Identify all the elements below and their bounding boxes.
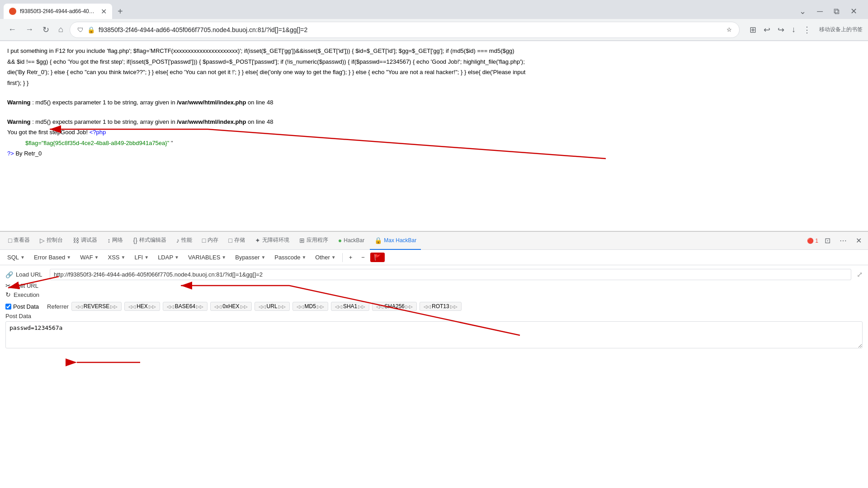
storage-label: 存储 [234,236,245,244]
sha256-transform-button[interactable]: ◁◁ SHA256 ▷▷ [372,302,417,311]
transforms-row: Post Data Referrer ◁◁ REVERSE ▷▷ ◁◁ HEX … [5,302,863,311]
restore-button[interactable]: ⧉ [830,5,843,18]
error-based-arrow-icon: ▼ [66,255,71,260]
other-arrow-icon: ▼ [331,255,336,260]
performance-label: 性能 [181,236,192,244]
devtools-tab-style-editor[interactable]: {} 样式编辑器 [128,232,170,250]
flag-button[interactable]: 🚩 [370,253,385,262]
error-based-menu-button[interactable]: Error Based ▼ [30,253,75,262]
devtools-tab-console[interactable]: ▷ 控制台 [35,232,67,250]
sql-arrow-icon: ▼ [20,255,25,260]
bypasser-arrow-icon: ▼ [261,255,265,260]
0xhex-transform-button[interactable]: ◁◁ 0xHEX ▷▷ [210,302,251,311]
rot13-transform-button[interactable]: ◁◁ ROT13 ▷▷ [420,302,462,311]
ldap-menu-button[interactable]: LDAP ▼ [154,253,183,262]
reverse-left-arrows: ◁◁ [75,304,83,309]
devtools-tab-storage[interactable]: □ 存储 [224,232,249,250]
execution-row: ↻ Execution [5,291,863,298]
performance-icon: ♪ [176,237,179,244]
new-tab-button[interactable]: + [116,5,125,19]
devtools-tab-application[interactable]: ⊞ 应用程序 [295,232,333,250]
lfi-menu-button[interactable]: LFI ▼ [131,253,152,262]
reverse-right-arrows: ▷▷ [110,304,118,309]
devtools-more-button[interactable]: ⋯ [837,235,849,246]
post-data-checkbox-label[interactable]: Post Data [5,303,39,310]
xss-menu-button[interactable]: XSS ▼ [104,253,129,262]
load-url-row: 🔗 Load URL ⤢ [5,269,863,280]
bookmark-icon[interactable]: ☆ [726,26,732,33]
toolbar-separator [342,253,343,262]
hex-left-arrows: ◁◁ [128,304,136,309]
post-data-checkbox[interactable] [5,304,11,310]
other-menu-button[interactable]: Other ▼ [311,253,339,262]
devtools-tab-maxhackbar[interactable]: 🔒 Max HackBar [370,232,421,250]
address-bar[interactable]: 🛡 🔒 f93850f3-2f46-4944-ad66-405f066f7705… [70,22,740,38]
sha1-label: SHA1 [343,303,357,310]
sha1-transform-button[interactable]: ◁◁ SHA1 ▷▷ [331,302,369,311]
devtools-tab-accessibility[interactable]: ✦ 无障碍环境 [250,232,294,250]
devtools-tab-memory[interactable]: □ 内存 [198,232,223,250]
0xhex-label: 0xHEX [222,303,239,310]
refresh-button[interactable]: ↻ [40,23,52,37]
passcode-menu-button[interactable]: Passcode ▼ [271,253,310,262]
base64-transform-button[interactable]: ◁◁ BASE64 ▷▷ [163,302,208,311]
url-transform-button[interactable]: ◁◁ URL ▷▷ [255,302,290,311]
php-close-line: ?> By Retr_0 [7,149,861,158]
execution-label: Execution [14,291,39,298]
post-data-textarea[interactable]: passwd=1234567a [5,321,863,348]
minimize-button[interactable]: ─ [813,5,826,18]
lfi-arrow-icon: ▼ [144,255,149,260]
devtools-dock-button[interactable]: ⊡ [822,235,833,246]
download-button[interactable]: ↓ [789,23,798,36]
back-button[interactable]: ← [5,23,19,36]
scissors-icon: ✂ [5,282,11,289]
url-display: f93850f3-2f46-4944-ad66-405f066f7705.nod… [99,26,723,33]
home-button[interactable]: ⌂ [56,23,66,36]
warning-1: Warning : md5() expects parameter 1 to b… [7,98,861,107]
error-badge: 🔴 1 [807,238,818,244]
base64-left-arrows: ◁◁ [167,304,174,309]
devtools-close-button[interactable]: ✕ [853,235,864,246]
md5-right-arrows: ▷▷ [317,304,324,309]
url-transform-label: URL [267,303,278,310]
devtools-tab-inspector[interactable]: □ 查看器 [4,232,34,250]
variables-menu-button[interactable]: VARIABLES ▼ [184,253,230,262]
sql-menu-button[interactable]: SQL ▼ [4,253,28,262]
reverse-label: REVERSE [84,303,109,310]
bypasser-menu-button[interactable]: Bypasser ▼ [231,253,269,262]
post-data-checkbox-text: Post Data [13,303,39,310]
style-editor-icon: {} [133,237,137,244]
remove-button[interactable]: − [358,253,368,262]
tab-favicon [9,8,16,15]
forward-button[interactable]: → [23,23,36,36]
link-icon: 🔗 [5,271,13,278]
style-editor-label: 样式编辑器 [139,236,166,244]
inspector-icon: □ [8,237,12,244]
history-button[interactable]: ↪ [775,23,787,37]
extensions-button[interactable]: ⊞ [747,23,759,37]
tab-close-button[interactable]: ✕ [101,7,107,16]
devtools-tab-hackbar[interactable]: ● HackBar [334,232,369,250]
reverse-transform-button[interactable]: ◁◁ REVERSE ▷▷ [71,302,122,311]
devtools-tab-network[interactable]: ↕ 网络 [103,232,127,250]
browser-tab[interactable]: f93850f3-2f46-4944-ad66-405f0... ✕ [4,4,112,19]
close-window-button[interactable]: ✕ [847,5,861,18]
resize-handle[interactable]: ⤢ [857,270,863,279]
url-input[interactable] [50,269,851,280]
md5-transform-button[interactable]: ◁◁ MD5 ▷▷ [292,302,328,311]
account-button[interactable]: ↩ [761,23,773,37]
devtools-tab-debugger[interactable]: ⛓ 调试器 [68,232,102,250]
hex-transform-button[interactable]: ◁◁ HEX ▷▷ [124,302,160,311]
hackbar-content: 🔗 Load URL ⤢ ✂ Split URL ↻ Execution Po [0,265,868,353]
add-button[interactable]: + [345,253,356,262]
tab-list-button[interactable]: ⌄ [796,5,810,18]
hackbar-toolbar: SQL ▼ Error Based ▼ WAF ▼ XSS ▼ LFI ▼ LD… [0,250,868,265]
devtools-tab-performance[interactable]: ♪ 性能 [172,232,197,250]
sha256-left-arrows: ◁◁ [376,304,383,309]
application-label: 应用程序 [307,236,328,244]
waf-menu-button[interactable]: WAF ▼ [76,253,102,262]
split-url-label-container: ✂ Split URL [5,282,46,289]
menu-button[interactable]: ⋮ [800,23,814,37]
split-url-row: ✂ Split URL [5,282,863,289]
mobile-bookmarks-label: 移动设备上的书签 [819,26,863,33]
